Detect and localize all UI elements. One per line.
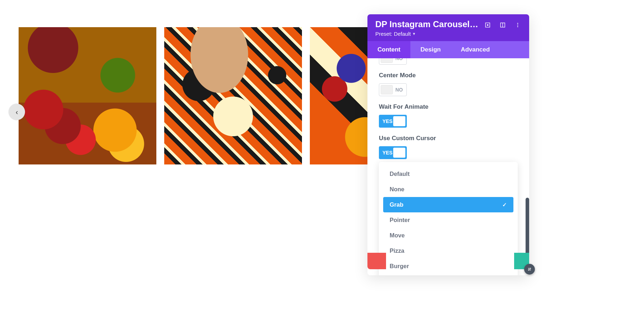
toggle-label: NO [395,87,403,93]
cancel-button[interactable] [367,253,386,269]
toggle-label: YES [382,118,392,124]
panel-tabs: Content Design Advanced [367,41,529,58]
toggle-wait-for-animate[interactable]: YES [379,115,407,128]
panel-titlebar: DP Instagram Carousel Sett… Preset: Defa… [367,14,529,41]
option-label: Pointer [390,217,410,223]
toggle-center-mode[interactable]: NO [379,83,407,96]
toggle-previous-hidden[interactable]: NO [379,58,407,65]
tab-advanced[interactable]: Advanced [451,41,500,58]
toggle-use-custom-cursor[interactable]: YES [379,146,407,159]
toggle-label: NO [395,58,403,61]
option-label: Move [390,232,405,239]
preset-label: Preset: Default [375,31,411,37]
carousel-image-1[interactable] [19,27,156,164]
option-label: Grab [390,201,404,208]
label-use-custom-cursor: Use Custom Cursor [379,135,518,142]
label-wait-for-animate: Wait For Animate [379,103,518,110]
option-label: None [390,186,404,193]
fullscreen-icon[interactable] [484,21,491,29]
caret-down-icon: ▼ [412,32,416,36]
toggle-label: YES [382,150,392,156]
tab-content[interactable]: Content [367,41,410,58]
cursor-option-grab[interactable]: Grab✓ [383,197,513,212]
panel-actionbar [367,253,529,269]
panel-body: NO Center Mode NO Wait For Animate YES U… [367,58,529,275]
scrollbar-thumb[interactable] [526,198,529,259]
more-icon[interactable] [514,21,521,29]
resize-handle[interactable] [524,264,535,275]
cursor-option-none[interactable]: None [379,182,518,197]
columns-icon[interactable] [499,21,506,29]
cursor-option-default[interactable]: Default [379,166,518,182]
carousel-prev-button[interactable]: ‹ [9,104,25,120]
svg-point-4 [517,23,518,24]
svg-point-5 [517,25,518,26]
check-icon: ✓ [502,202,507,208]
label-center-mode: Center Mode [379,72,518,79]
settings-panel: DP Instagram Carousel Sett… Preset: Defa… [367,14,529,275]
instagram-carousel [19,27,644,164]
cursor-option-move[interactable]: Move [379,228,518,243]
panel-title: DP Instagram Carousel Sett… [375,19,479,29]
cursor-option-pointer[interactable]: Pointer [379,212,518,228]
svg-point-6 [517,26,518,27]
carousel-image-2[interactable] [164,27,302,164]
tab-design[interactable]: Design [410,41,451,58]
svg-point-1 [487,25,488,26]
chevron-left-icon: ‹ [16,108,18,116]
preset-selector[interactable]: Preset: Default ▼ [375,31,481,37]
scrollbar-track[interactable] [526,119,529,275]
option-label: Default [390,171,410,177]
